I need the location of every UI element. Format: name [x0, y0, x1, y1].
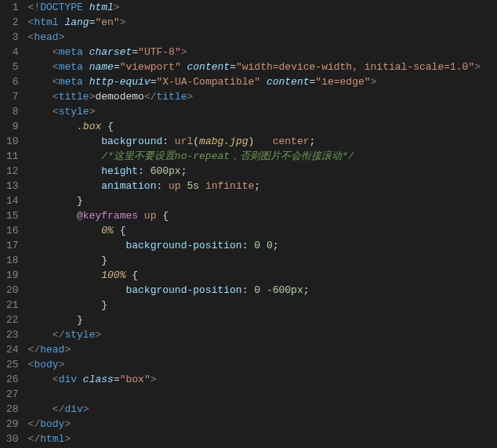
code-line[interactable]: <html lang="en">	[28, 15, 491, 30]
token-tag: title	[157, 91, 187, 103]
token-sel: mabg.jpg	[199, 135, 248, 147]
token-text: demodemo	[95, 91, 143, 103]
code-line[interactable]: }	[28, 253, 491, 268]
code-line[interactable]: @keyframes up {	[28, 208, 491, 223]
line-number: 5	[6, 60, 19, 74]
token-gray: <	[53, 91, 59, 103]
code-line[interactable]: <title>demodemo</title>	[28, 89, 491, 104]
token-string: "box"	[120, 374, 151, 385]
code-line[interactable]: /*这里不要设置no-repeat，否则图片不会衔接滚动*/	[28, 149, 491, 164]
line-number: 3	[6, 30, 19, 45]
token-gray: <	[53, 374, 59, 385]
token-string: "viewport"	[120, 61, 181, 73]
token-num: 0	[267, 240, 273, 251]
token-gray: <	[53, 76, 59, 88]
token-tag: html	[34, 16, 64, 28]
token-string: "ie=edge"	[315, 76, 370, 88]
token-white: }	[77, 314, 83, 326]
token-gray: >	[64, 433, 71, 445]
token-white: ;	[254, 180, 260, 192]
token-gray: >	[83, 403, 89, 415]
line-number: 11	[6, 149, 19, 164]
token-attr: charset	[89, 46, 132, 58]
token-white: :	[242, 240, 255, 251]
token-tag: body	[34, 359, 58, 370]
token-gray: <	[53, 46, 59, 58]
token-gray: </	[53, 403, 65, 415]
token-gray: >	[64, 418, 71, 430]
code-line[interactable]: }	[28, 193, 491, 208]
token-white: }	[101, 299, 107, 311]
token-string: "UTF-8"	[138, 46, 181, 58]
token-gray: >	[371, 76, 377, 88]
token-tag: meta	[59, 76, 89, 88]
token-num: 0	[254, 240, 260, 251]
token-tag: meta	[59, 61, 89, 73]
token-comment: /*这里不要设置no-repeat，否则图片不会衔接滚动*/	[101, 150, 354, 162]
code-line[interactable]: <div class="box">	[28, 372, 491, 387]
token-attr: class	[83, 374, 114, 385]
code-line[interactable]: <meta http-equiv="X-UA-Compatible" conte…	[28, 74, 491, 89]
line-number: 12	[6, 164, 19, 179]
token-prop: background-position	[125, 240, 241, 251]
line-number: 22	[6, 313, 19, 327]
code-line[interactable]	[28, 387, 491, 402]
code-line[interactable]: <body>	[28, 357, 491, 372]
token-white: {	[162, 210, 169, 222]
token-punct: =	[230, 61, 236, 73]
code-line[interactable]: background-position: 0 -600px;	[28, 283, 491, 298]
token-gray: <!	[28, 2, 41, 13]
code-line[interactable]: }	[28, 298, 491, 313]
code-line[interactable]: </div>	[28, 402, 491, 417]
code-line[interactable]: <!DOCTYPE html>	[28, 0, 491, 15]
code-line[interactable]: <style>	[28, 104, 491, 119]
token-white: {	[101, 121, 114, 132]
token-gray: >	[114, 2, 120, 13]
token-attr: lang	[64, 16, 89, 28]
line-number: 17	[6, 238, 19, 253]
code-line[interactable]: </head>	[28, 342, 491, 357]
token-num: 600px	[151, 165, 181, 177]
token-tag: head	[34, 31, 58, 43]
code-line[interactable]: background: url(mabg.jpg) center;	[28, 134, 491, 149]
token-attr: html	[89, 2, 114, 13]
token-attr: content	[181, 61, 230, 73]
code-line[interactable]: </body>	[28, 417, 491, 432]
line-number: 16	[6, 223, 19, 238]
code-line[interactable]: </style>	[28, 327, 491, 342]
token-white: ;	[303, 284, 310, 296]
line-number: 6	[6, 74, 19, 89]
code-line[interactable]: <head>	[28, 30, 491, 45]
code-line[interactable]: </html>	[28, 432, 491, 446]
token-val: url	[175, 135, 193, 147]
token-sel: 100%	[101, 269, 125, 281]
code-line[interactable]: .box {	[28, 119, 491, 134]
code-line[interactable]: <meta name="viewport" content="width=dev…	[28, 60, 491, 74]
token-tag: body	[40, 418, 64, 430]
token-tag: div	[59, 374, 83, 385]
token-gray: <	[53, 106, 59, 117]
line-number: 28	[6, 402, 19, 417]
line-number: 7	[6, 89, 19, 104]
code-line[interactable]: background-position: 0 0;	[28, 238, 491, 253]
code-line[interactable]: animation: up 5s infinite;	[28, 179, 491, 193]
token-white: {	[125, 269, 138, 281]
line-number: 18	[6, 253, 19, 268]
token-gray: >	[64, 344, 71, 356]
code-line[interactable]: 100% {	[28, 268, 491, 283]
code-line[interactable]: <meta charset="UTF-8">	[28, 45, 491, 60]
token-num: 5s	[187, 180, 199, 192]
code-line[interactable]: height: 600px;	[28, 164, 491, 179]
token-num: 0	[254, 284, 260, 296]
token-string: "width=device-width, initial-scale=1.0"	[236, 61, 474, 73]
token-prop: background	[101, 135, 162, 147]
token-tag: DOCTYPE	[40, 2, 89, 13]
token-gray: </	[28, 418, 41, 430]
line-number: 23	[6, 327, 19, 342]
code-line[interactable]: 0% {	[28, 223, 491, 238]
code-line[interactable]: }	[28, 313, 491, 327]
code-area[interactable]: <!DOCTYPE html><html lang="en"><head> <m…	[28, 0, 497, 448]
line-number: 21	[6, 298, 19, 313]
token-white: )	[248, 135, 273, 147]
token-val: up	[169, 180, 187, 192]
